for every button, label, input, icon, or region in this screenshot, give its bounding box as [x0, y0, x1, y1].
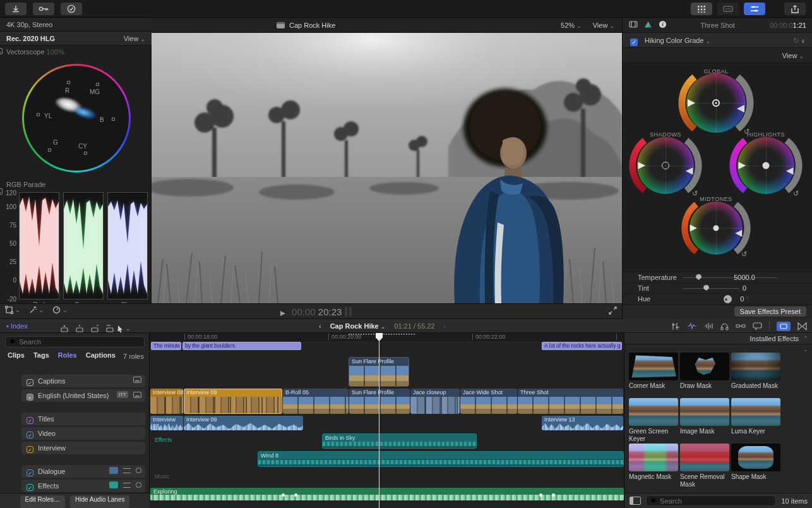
- keywords-button[interactable]: [33, 3, 54, 15]
- shadows-wheel-puck[interactable]: [662, 162, 669, 169]
- effect-audio-clip[interactable]: Birds in Sky: [322, 433, 477, 449]
- timeline-clip[interactable]: Sun Flare Profile: [349, 389, 410, 414]
- effect-item[interactable]: Magnetic Mask: [629, 444, 681, 481]
- previous-project-button[interactable]: ‹: [319, 319, 321, 333]
- role-row-captions[interactable]: ✓Captions: [21, 375, 145, 387]
- caption-clip[interactable]: A lot of the rocks here actually g…: [542, 342, 622, 350]
- video-inspector-icon[interactable]: [629, 21, 638, 28]
- tint-value[interactable]: 0: [725, 283, 763, 294]
- effect-item[interactable]: Graduated Mask: [731, 353, 783, 390]
- scope-display-icon[interactable]: [0, 48, 3, 54]
- effect-audio-clip[interactable]: Wind 8: [258, 451, 624, 467]
- list-icon[interactable]: [123, 483, 131, 488]
- temperature-value[interactable]: 5000.0: [725, 272, 763, 283]
- solo-waveform-icon[interactable]: [704, 322, 713, 330]
- highlights-reset-icon[interactable]: ↺: [793, 190, 799, 198]
- transform-menu[interactable]: ⌄: [5, 306, 20, 314]
- viewer-view-menu[interactable]: View ⌄: [593, 18, 614, 33]
- insert-clip-icon[interactable]: [75, 324, 84, 333]
- import-button[interactable]: [5, 3, 27, 15]
- role-row-effects[interactable]: ✓Effects: [21, 480, 145, 492]
- retime-menu[interactable]: ⌄: [52, 306, 68, 314]
- timeline-clip[interactable]: Jace closeup: [410, 389, 460, 414]
- audio-meters[interactable]: [345, 307, 352, 317]
- effect-item[interactable]: Draw Mask: [680, 353, 732, 390]
- role-row-dialogue[interactable]: ✓Dialogue: [21, 465, 145, 478]
- keyframe-dot[interactable]: [294, 493, 297, 497]
- effect-enable-checkbox[interactable]: ✓: [630, 39, 638, 46]
- video-frame[interactable]: [152, 33, 622, 303]
- effect-item[interactable]: Shape Mask: [731, 444, 783, 481]
- effects-search-input[interactable]: [660, 497, 772, 505]
- video-checkbox[interactable]: ✓: [27, 432, 33, 438]
- timeline[interactable]: 00:00:18:00 00:00:20:00 00:00:22:00 The …: [150, 333, 624, 508]
- effects-checkbox[interactable]: ✓: [27, 484, 33, 491]
- caption-clip[interactable]: The minute…: [151, 342, 181, 350]
- tint-slider-thumb[interactable]: [703, 285, 709, 291]
- audio-clip[interactable]: Interview 13: [542, 416, 623, 430]
- monitor-icon[interactable]: [133, 377, 141, 383]
- append-clip-icon[interactable]: [90, 324, 99, 333]
- timeline-clip[interactable]: Interview 08: [150, 389, 183, 414]
- effect-item[interactable]: Corner Mask: [629, 353, 681, 390]
- global-color-wheel[interactable]: [686, 73, 746, 133]
- role-row-english[interactable]: ▪English (United States) ITT: [21, 389, 145, 402]
- timeline-clip[interactable]: B-Roll 05: [283, 389, 349, 414]
- save-effects-preset-button[interactable]: Save Effects Preset: [734, 306, 806, 317]
- connect-clip-icon[interactable]: [60, 324, 69, 333]
- inspector-view-menu[interactable]: View ⌄: [782, 48, 804, 64]
- play-button[interactable]: ▶: [280, 309, 285, 317]
- snapping-icon[interactable]: [736, 322, 746, 330]
- focus-icon[interactable]: [136, 482, 141, 488]
- english-checkbox[interactable]: ▪: [27, 394, 33, 401]
- monitor-icon[interactable]: [133, 392, 141, 398]
- sidebar-toggle-icon[interactable]: [630, 497, 641, 505]
- keyframe-dot[interactable]: [539, 493, 542, 497]
- background-tasks-button[interactable]: [61, 3, 82, 15]
- info-icon[interactable]: i: [659, 20, 667, 28]
- audio-clip[interactable]: Interview 09: [184, 416, 303, 430]
- hue-value[interactable]: 0 °: [725, 294, 763, 305]
- tab-tags[interactable]: Tags: [33, 351, 49, 359]
- effects-browser-header[interactable]: Installed Effects⌃⌄: [624, 333, 812, 344]
- tab-roles[interactable]: Roles: [58, 351, 77, 359]
- focus-icon[interactable]: [136, 468, 141, 473]
- midtones-reset-icon[interactable]: ↺: [741, 250, 747, 258]
- viewer-zoom-menu[interactable]: 52% ⌄: [561, 18, 582, 33]
- interview-checkbox[interactable]: ✓: [27, 446, 33, 453]
- fullscreen-button[interactable]: [609, 306, 617, 316]
- global-wheel-puck[interactable]: [712, 99, 720, 107]
- color-inspector-icon[interactable]: [644, 21, 652, 28]
- role-row-video[interactable]: ✓Video: [21, 427, 145, 440]
- hide-audio-lanes-button[interactable]: Hide Audio Lanes: [70, 495, 129, 508]
- caption-clip[interactable]: by the giant boulders.: [182, 342, 301, 350]
- index-toggle-button[interactable]: • Index: [6, 319, 28, 333]
- shadows-color-wheel[interactable]: [637, 137, 694, 194]
- timeline-clip[interactable]: Jace Wide Shot: [460, 389, 517, 414]
- timeline-clip-selected[interactable]: Interview 09: [184, 389, 282, 414]
- effect-item[interactable]: Scene Removal Mask: [680, 444, 732, 488]
- clip-appearance-icon[interactable]: [671, 322, 680, 330]
- browser-button[interactable]: [691, 3, 712, 15]
- tab-captions[interactable]: Captions: [86, 351, 116, 359]
- transitions-browser-button[interactable]: [797, 322, 807, 330]
- music-clip[interactable]: Exploring: [150, 488, 624, 500]
- playhead[interactable]: [379, 333, 379, 508]
- midtones-color-wheel[interactable]: [690, 202, 743, 255]
- audio-lanes-icon[interactable]: [109, 481, 118, 488]
- share-button[interactable]: [784, 3, 806, 15]
- audio-lanes-icon[interactable]: [109, 467, 118, 474]
- tab-clips[interactable]: Clips: [8, 351, 25, 359]
- effect-item[interactable]: Image Mask: [680, 398, 732, 435]
- captions-checkbox[interactable]: ✓: [27, 379, 33, 386]
- audio-clip[interactable]: Interview 08: [150, 416, 183, 430]
- effects-search-field[interactable]: [646, 495, 776, 506]
- next-project-button[interactable]: ›: [444, 319, 446, 333]
- role-row-titles[interactable]: ✓Titles: [21, 413, 145, 425]
- index-search-field[interactable]: [5, 336, 145, 348]
- keyframe-dot[interactable]: [282, 493, 285, 497]
- midtones-wheel-puck[interactable]: [713, 226, 719, 231]
- captions-icon[interactable]: [753, 322, 762, 330]
- effect-name-menu[interactable]: Hiking Color Grade ⌄: [645, 37, 710, 44]
- dialogue-checkbox[interactable]: ✓: [27, 469, 33, 476]
